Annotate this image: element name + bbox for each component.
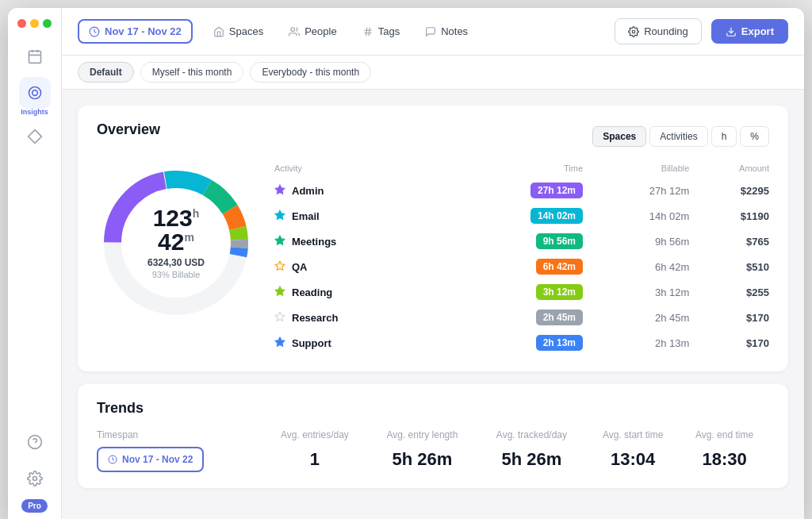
time-badge: 3h 12m: [536, 284, 583, 300]
tab-spaces[interactable]: Spaces: [202, 21, 274, 42]
activity-time-cell: 27h 12m: [444, 178, 583, 203]
th-avg-entries: Avg. entries/day: [262, 429, 367, 447]
toggle-spaces[interactable]: Spaces: [592, 126, 646, 147]
sidebar-item-insights[interactable]: [19, 77, 51, 109]
toggle-hours[interactable]: h: [711, 126, 737, 147]
toggle-activities[interactable]: Activities: [649, 126, 707, 147]
activity-name-cell: QA: [274, 254, 444, 279]
close-dot[interactable]: [17, 19, 26, 28]
sidebar-item-help[interactable]: [19, 426, 51, 458]
tab-notes[interactable]: Notes: [414, 21, 479, 42]
tab-tags[interactable]: Tags: [351, 21, 411, 42]
content-area: Overview Spaces Activities h %: [62, 90, 804, 519]
trends-avg-length: 5h 26m: [367, 447, 477, 472]
col-billable: Billable: [583, 163, 689, 178]
donut-billable: 93% Billable: [136, 270, 216, 279]
tab-people[interactable]: People: [278, 21, 347, 42]
overview-card: Overview Spaces Activities h %: [78, 106, 788, 371]
filter-everybody[interactable]: Everybody - this month: [250, 62, 371, 83]
activity-table: Activity Time Billable Amount Admin: [274, 163, 769, 356]
sidebar-item-diamond[interactable]: [19, 121, 51, 152]
activity-amount-cell: $170: [689, 330, 769, 356]
trends-card: Trends Timespan Avg. entries/day Avg. en…: [78, 384, 788, 488]
filter-default[interactable]: Default: [78, 62, 134, 83]
time-badge: 2h 13m: [536, 335, 583, 351]
overview-toggles: Spaces Activities h %: [592, 126, 769, 147]
activity-time-cell: 3h 12m: [444, 279, 583, 305]
main-content: Nov 17 - Nov 22 Spaces People Tags: [62, 8, 804, 519]
svg-marker-27: [275, 236, 285, 244]
tab-people-label: People: [304, 25, 336, 37]
activity-name-text: QA: [292, 261, 308, 273]
sidebar: Insights Pro: [8, 8, 62, 519]
export-button[interactable]: Export: [711, 19, 788, 44]
table-row: Support 2h 13m 2h 13m $170: [274, 330, 769, 356]
star-icon: [274, 286, 285, 299]
activity-name-cell: Admin: [274, 178, 444, 203]
activity-amount-cell: $510: [689, 254, 769, 279]
maximize-dot[interactable]: [43, 19, 52, 28]
activity-amount-cell: $765: [689, 229, 769, 254]
time-badge: 6h 42m: [536, 259, 583, 275]
svg-marker-29: [275, 286, 285, 295]
activity-name-cell: Email: [274, 203, 444, 229]
svg-marker-28: [275, 261, 285, 270]
app-window: Insights Pro Nov 1: [8, 8, 804, 519]
top-navigation: Nov 17 - Nov 22 Spaces People Tags: [62, 8, 804, 56]
star-icon: [274, 210, 285, 223]
tab-spaces-label: Spaces: [229, 25, 263, 37]
activity-name-text: Admin: [292, 185, 324, 197]
star-icon: [274, 260, 285, 274]
window-controls: [8, 19, 52, 28]
activity-name-text: Meetings: [292, 236, 336, 248]
th-timespan: Timespan: [97, 429, 262, 447]
activity-time-cell: 2h 45m: [444, 305, 583, 330]
star-icon: [274, 311, 285, 325]
sidebar-item-insights-group: Insights: [19, 77, 51, 116]
donut-center: 123h 42m 6324,30 USD 93% Billable: [136, 206, 216, 279]
activity-name-cell: Support: [274, 330, 444, 356]
col-activity: Activity: [274, 163, 444, 178]
date-range-label: Nov 17 - Nov 22: [105, 25, 182, 37]
svg-point-10: [291, 27, 295, 31]
col-time: Time: [444, 163, 583, 178]
activity-name-cell: Reading: [274, 279, 444, 305]
activity-billable-cell: 27h 12m: [583, 178, 689, 203]
svg-marker-31: [275, 337, 285, 346]
activity-billable-cell: 2h 45m: [583, 305, 689, 330]
trends-date-label: Nov 17 - Nov 22: [122, 454, 193, 465]
activity-name-cell: Meetings: [274, 229, 444, 254]
activity-name-text: Support: [292, 337, 331, 349]
activity-name-text: Research: [292, 312, 339, 324]
svg-point-5: [32, 90, 37, 96]
donut-time: 123h 42m: [136, 206, 216, 254]
svg-point-15: [632, 30, 635, 33]
insights-label: Insights: [21, 108, 48, 116]
activity-billable-cell: 9h 56m: [583, 229, 689, 254]
col-amount: Amount: [689, 163, 769, 178]
filter-myself[interactable]: Myself - this month: [140, 62, 244, 83]
rounding-button[interactable]: Rounding: [615, 18, 702, 44]
th-avg-start: Avg. start time: [586, 429, 680, 447]
trends-avg-start: 13:04: [586, 447, 680, 472]
overview-header: Overview Spaces Activities h %: [97, 121, 769, 151]
star-icon: [274, 235, 285, 248]
donut-chart: 123h 42m 6324,30 USD 93% Billable: [97, 163, 255, 322]
sidebar-item-calendar[interactable]: [19, 40, 51, 72]
trends-date-cell: Nov 17 - Nov 22: [97, 447, 262, 472]
date-range-button[interactable]: Nov 17 - Nov 22: [78, 19, 193, 44]
overview-body: 123h 42m 6324,30 USD 93% Billable: [97, 163, 769, 356]
sidebar-item-settings[interactable]: [19, 463, 51, 494]
toggle-percent[interactable]: %: [740, 126, 769, 147]
activity-billable-cell: 2h 13m: [583, 330, 689, 356]
svg-marker-26: [275, 210, 285, 219]
pro-badge[interactable]: Pro: [21, 499, 48, 513]
time-badge: 27h 12m: [530, 183, 583, 198]
svg-line-13: [366, 27, 366, 36]
trends-date-button[interactable]: Nov 17 - Nov 22: [97, 447, 204, 472]
activity-billable-cell: 3h 12m: [583, 279, 689, 305]
activity-time-cell: 14h 02m: [444, 203, 583, 229]
star-icon: [274, 336, 285, 350]
time-badge: 9h 56m: [536, 233, 583, 249]
minimize-dot[interactable]: [30, 19, 39, 28]
